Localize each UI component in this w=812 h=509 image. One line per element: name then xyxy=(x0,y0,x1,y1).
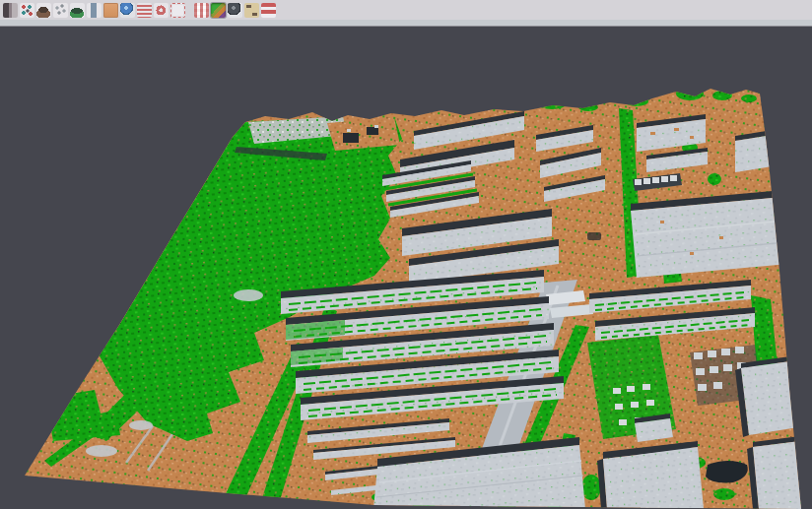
sparse-cloud-icon[interactable] xyxy=(53,3,68,18)
dsm-surface-icon[interactable] xyxy=(70,3,85,18)
contour-lines-icon[interactable] xyxy=(137,3,152,18)
viewport[interactable] xyxy=(0,27,812,509)
dtm-terrain-icon[interactable] xyxy=(36,3,51,18)
report-banner-icon[interactable] xyxy=(261,3,276,18)
striped-warehouses xyxy=(281,270,564,420)
crop-region-icon[interactable] xyxy=(170,3,185,18)
classification-icon[interactable] xyxy=(211,3,226,18)
globe-icon[interactable] xyxy=(120,3,135,18)
grid-tiles-icon[interactable] xyxy=(194,3,209,18)
orthophoto-icon[interactable] xyxy=(103,3,118,18)
profile-section-icon[interactable] xyxy=(87,3,102,18)
mesh-3d-icon[interactable] xyxy=(228,3,242,18)
align-points-icon[interactable] xyxy=(20,3,34,18)
texture-tile-icon[interactable] xyxy=(244,3,259,18)
target-circle-icon[interactable] xyxy=(154,3,169,18)
merge-clouds-icon[interactable] xyxy=(3,3,18,18)
toolbar-separator xyxy=(186,0,193,21)
app-toolbar xyxy=(0,0,812,27)
viewport-3d-scene[interactable] xyxy=(0,27,812,509)
